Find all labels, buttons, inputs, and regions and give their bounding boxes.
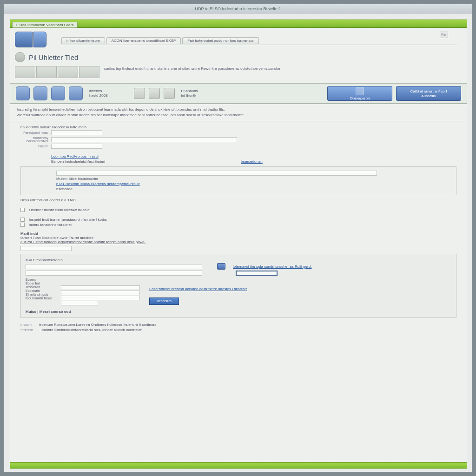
folder-icon[interactable] — [217, 263, 225, 270]
link-sec2-side[interactable]: buersedunan — [241, 159, 263, 164]
sp-label: Boder Irai — [26, 282, 52, 285]
section-3-desc: outurst l istort turaortquorponshretchor… — [20, 240, 456, 244]
tab-3[interactable]: Fab fortertrobet audo nor forc tounensor — [182, 37, 258, 44]
info-block: Inscretirg lie smpht temaed edistlermist… — [10, 104, 467, 121]
sp-side-link[interactable]: Faserrltrbeet breamn aceutee eostrmntre … — [149, 287, 247, 291]
input-sec3[interactable] — [20, 246, 72, 251]
link-sec2[interactable]: Lourmou Reciteoruos in asul — [51, 154, 99, 159]
window-titlebar: UDP to ELSO Indentorhn Interrestra Revel… — [4, 4, 472, 13]
toolbar-primary-2[interactable]: Caitd at omert anf corfAusordio — [396, 86, 461, 101]
green-header-bar: F Hea Introtocron Vocothard Foars — [10, 20, 467, 28]
settings-panel: Mutinn Stice Instatecorter n7a1 ResceieT… — [20, 166, 456, 195]
subpanel-title: MVl.B fhonadtercrod n — [26, 258, 451, 262]
bottom-line-1: froenum Ronstosuern Loretnra Ondbmrs hul… — [39, 323, 156, 327]
sp-note-link[interactable]: loternawd the spla condrl unsoher as Rul… — [233, 264, 311, 269]
toolbar-button-1[interactable] — [16, 86, 30, 100]
panel-input[interactable] — [56, 171, 377, 176]
section-1-heading: haucorntito honurr Uloocensy futto meta — [20, 125, 456, 129]
sub-panel: MVl.B fhonadtercrod n loternawd the spla… — [20, 254, 456, 318]
checkbox-3-label: buters tanactrins fairsonet — [29, 223, 72, 227]
thumbnail-icon — [15, 66, 35, 78]
section-3-subtitle: tariserr i'oan Scrattl foe owdr Tauret a… — [20, 236, 456, 240]
page-title: Pil Uhletter Tled — [29, 53, 78, 61]
green-tab[interactable]: F Hea Introtocron Vocothard Foars — [12, 22, 78, 28]
thumbnail-icon — [79, 66, 99, 78]
status-bar — [10, 462, 467, 469]
input-1[interactable] — [51, 130, 102, 135]
sp-input-highlight[interactable] — [236, 271, 278, 276]
text-sec2b: Esnoeh bedncfueieichfactributed — [51, 159, 105, 164]
checkbox-2[interactable] — [20, 218, 25, 222]
sp-input-2[interactable] — [26, 271, 202, 276]
thumbnail-row — [15, 66, 99, 78]
bottom-label: Ifmhere — [20, 328, 33, 332]
panel-subtitle: Mutinn Stice Instatecorter — [56, 177, 99, 181]
toolbar: itwerfeshavtd 2008 Fr-snaonsint thontk O… — [10, 83, 467, 104]
sp-label: Eoborortn — [26, 289, 52, 292]
sp-label: Tesardran — [26, 285, 52, 289]
toolbar-small-3[interactable] — [164, 88, 175, 99]
sp-label: Eosentr — [26, 278, 52, 281]
page-title-icon — [15, 52, 25, 62]
sp-action-button[interactable]: Behrlrsilro — [149, 298, 179, 305]
input-3[interactable] — [51, 144, 102, 149]
toolbar-primary-1[interactable]: Operaperon — [327, 86, 392, 101]
toolbar-small-2[interactable] — [149, 88, 160, 99]
toolbar-label-2: Fr-snaonsint thontk — [181, 89, 198, 99]
tab-strip: h fror olkornferrisom ACON Ibernetscena … — [15, 32, 462, 46]
panel-link[interactable]: n7a1 ResceieTcotas cTarnerls deraernperr… — [56, 182, 140, 186]
tab-1[interactable]: h fror olkornferrisom — [61, 37, 105, 44]
field-label: Fnsern — [20, 145, 48, 148]
bottom-line-2: Itmhere Eneterelostetanrediarld rors, ot… — [41, 328, 143, 332]
field-label: sxonenesy borscroberdvor — [20, 136, 48, 143]
bottom-label: Lnocm — [20, 323, 32, 327]
document-icon — [356, 87, 364, 95]
checkbox-3[interactable] — [20, 223, 25, 227]
sp-bottom-title: Mulso | Mesel coerab ood — [26, 310, 451, 314]
sp-label: lSor terantin Reos — [26, 297, 52, 300]
sp-input-1[interactable] — [26, 264, 202, 269]
thumbnail-icon — [36, 66, 57, 78]
app-logo-icon — [15, 32, 46, 47]
sp-field[interactable] — [61, 285, 140, 290]
toolbar-button-3[interactable] — [51, 86, 65, 100]
toolbar-button-4[interactable] — [69, 86, 83, 100]
checkbox-1-label: t imdicor Inkorn tisnll odierow fallaeie… — [29, 208, 91, 212]
section-3-title: Msrll indd — [20, 231, 456, 236]
checkbox-1[interactable] — [20, 208, 25, 212]
sp-label: Sjharits sin pois — [26, 293, 52, 296]
sp-field[interactable] — [61, 296, 140, 300]
input-2[interactable] — [51, 137, 237, 142]
sp-field[interactable] — [61, 301, 98, 305]
tab-2[interactable]: ACON Ibernetscena tomodifinori EXSP — [106, 37, 181, 44]
toolbar-button-2[interactable] — [33, 86, 47, 100]
panel-footnote: bsencoed — [56, 187, 73, 191]
field-label: Perecipand rroad — [20, 131, 48, 134]
thumbnail-icon — [58, 66, 78, 78]
page-description: sadios tep tholesd enduft ulland starle … — [104, 66, 280, 71]
text-line3: Besu orfrttorEoltLondrer e a 1A/D — [20, 198, 76, 202]
toolbar-small-1[interactable] — [134, 88, 145, 99]
checkbox-2-label: Inspetrl Insit tronre Iternstarurd tifan… — [29, 218, 107, 222]
mini-button[interactable]: Rer — [440, 32, 448, 38]
toolbar-label-1: itwerfeshavtd 2008 — [89, 89, 108, 99]
sp-field[interactable] — [61, 291, 140, 295]
